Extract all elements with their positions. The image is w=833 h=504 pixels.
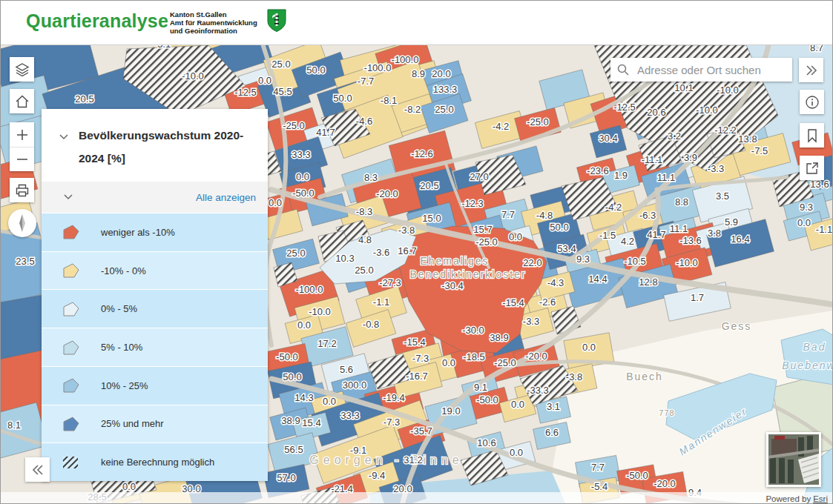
- map-value-label: 41.7: [647, 229, 665, 240]
- map-value-label: 30.4: [599, 133, 617, 144]
- collapse-panel-button[interactable]: [25, 457, 50, 482]
- chevron-down-icon[interactable]: [59, 134, 68, 140]
- map-value-label: -10.0: [182, 70, 204, 82]
- map-value-label: 0.0: [297, 319, 311, 331]
- home-button[interactable]: [10, 89, 34, 113]
- map-place-label: Gess: [722, 320, 752, 332]
- map-value-label: -100.0: [392, 54, 419, 65]
- map-value-label: 133.3: [433, 84, 458, 95]
- map-value-label: 0.0: [797, 217, 811, 228]
- map-value-label: 7.7: [591, 462, 605, 473]
- map-value-label: 12.8: [639, 276, 657, 288]
- legend-swatch: [62, 416, 80, 432]
- map-place-label: Georgen - Binne: [309, 454, 463, 466]
- map-value-label: -12.5: [613, 102, 636, 113]
- double-chevron-left-icon: [31, 465, 45, 475]
- map-value-label: -50.0: [476, 394, 498, 405]
- search-input[interactable]: [636, 63, 786, 77]
- basemap-toggle[interactable]: [766, 432, 821, 487]
- map-value-label: -4.2: [493, 121, 509, 132]
- map-value-label: -6.3: [639, 210, 656, 221]
- map-value-label: -10.0: [309, 306, 331, 317]
- map-value-label: 14.3: [294, 392, 313, 403]
- home-icon: [14, 93, 30, 110]
- map-value-label: -5.4: [591, 481, 608, 492]
- map-value-label: 16.4: [731, 233, 749, 245]
- map-value-label: -10.0: [696, 105, 718, 116]
- org-line-3: und Geoinformation: [170, 27, 257, 35]
- legend-item-label: weniger als -10%: [101, 227, 175, 238]
- map-value-label: 9.3: [800, 202, 813, 213]
- legend-swatch: [62, 454, 80, 471]
- map-value-label: 53.4: [557, 243, 576, 254]
- map-value-label: -4.3: [547, 277, 564, 288]
- plus-icon: [16, 129, 28, 141]
- map-value-label: 14.4: [588, 273, 607, 285]
- map-value-label: -100.0: [296, 284, 323, 295]
- map-value-label: 3.8: [708, 228, 721, 239]
- map-value-label: 3.5: [716, 190, 729, 202]
- map-value-label: -100.0: [364, 62, 392, 73]
- map-value-label: -3.6: [373, 247, 389, 258]
- map-value-label: 3.1: [547, 401, 560, 412]
- map-value-label: -30.4: [441, 280, 464, 291]
- map-value-label: 5.9: [725, 216, 738, 228]
- legend-swatch: [62, 339, 80, 356]
- map-value-label: 25.0: [435, 104, 453, 115]
- expand-panel-button[interactable]: [799, 58, 823, 82]
- attribution-text: Powered by: [765, 494, 811, 503]
- print-button[interactable]: [10, 178, 34, 202]
- map-value-label: -8.1: [381, 95, 397, 106]
- attribution-bar: Powered by Esri: [1, 492, 833, 504]
- legend-title: Bevölkerungswachstum 2020-2024 [%]: [79, 129, 243, 165]
- map-value-label: -8.2: [404, 104, 421, 115]
- map-value-label: 1.9: [614, 170, 628, 181]
- map-value-label: 50.0: [283, 371, 301, 382]
- map-value-label: 0.0: [510, 447, 523, 458]
- map-value-label: -9.1: [350, 445, 366, 456]
- map-value-label: 56.5: [284, 444, 303, 455]
- esri-link[interactable]: Esri: [813, 494, 828, 503]
- map-value-label: -10.5: [624, 256, 646, 267]
- map-value-label: -23.6: [587, 165, 609, 176]
- org-line-1: Kanton St.Gallen: [170, 10, 257, 19]
- show-all-link[interactable]: Alle anzeigen: [196, 192, 256, 203]
- info-button[interactable]: [800, 90, 824, 114]
- legend-item: 5% - 10%: [42, 328, 268, 366]
- map-value-label: 0.0: [509, 231, 522, 242]
- layers-button[interactable]: [10, 57, 34, 82]
- bookmark-button[interactable]: [800, 123, 824, 147]
- map-value-label: -4.2: [605, 202, 622, 213]
- chevron-down-icon[interactable]: [64, 194, 73, 200]
- zoom-out-button[interactable]: [10, 147, 34, 171]
- map-value-label: -35.7: [410, 425, 432, 437]
- legend-item: 0% - 5%: [42, 289, 268, 328]
- map-container[interactable]: EhemaligesBenediktinerklosterGessBuechBa…: [1, 45, 833, 504]
- map-value-label: 50.0: [333, 93, 352, 104]
- app-header: Quartieranalyse Kanton St.Gallen Amt für…: [1, 1, 832, 45]
- map-place-label: Benediktinerkloster: [409, 268, 526, 280]
- map-value-label: 23.5: [16, 256, 34, 267]
- map-value-label: 25.0: [355, 265, 373, 276]
- map-value-label: -33.3: [527, 385, 549, 396]
- map-value-label: 0.0: [323, 396, 336, 407]
- map-value-label: 50.0: [550, 222, 568, 233]
- legend-swatch: [62, 301, 80, 317]
- compass-button[interactable]: [8, 209, 36, 237]
- map-value-label: -16.7: [406, 371, 428, 382]
- map-value-label: 8.8: [675, 196, 688, 208]
- map-value-label: 9.3: [576, 253, 590, 265]
- map-value-label: 50.0: [306, 64, 325, 76]
- map-value-label: -2.6: [539, 296, 556, 308]
- share-button[interactable]: [800, 156, 824, 180]
- map-place-label: 778: [659, 408, 674, 417]
- zoom-in-button[interactable]: [10, 122, 34, 147]
- map-value-label: -11.1: [642, 154, 663, 165]
- printer-icon: [14, 182, 30, 199]
- map-value-label: 4.2: [621, 236, 634, 247]
- app-window: Quartieranalyse Kanton St.Gallen Amt für…: [0, 0, 833, 504]
- map-value-label: 8.3: [364, 172, 378, 183]
- map-value-label: 33.3: [340, 410, 359, 421]
- compass-needle-icon: [14, 213, 30, 233]
- map-value-label: 300.0: [343, 379, 367, 391]
